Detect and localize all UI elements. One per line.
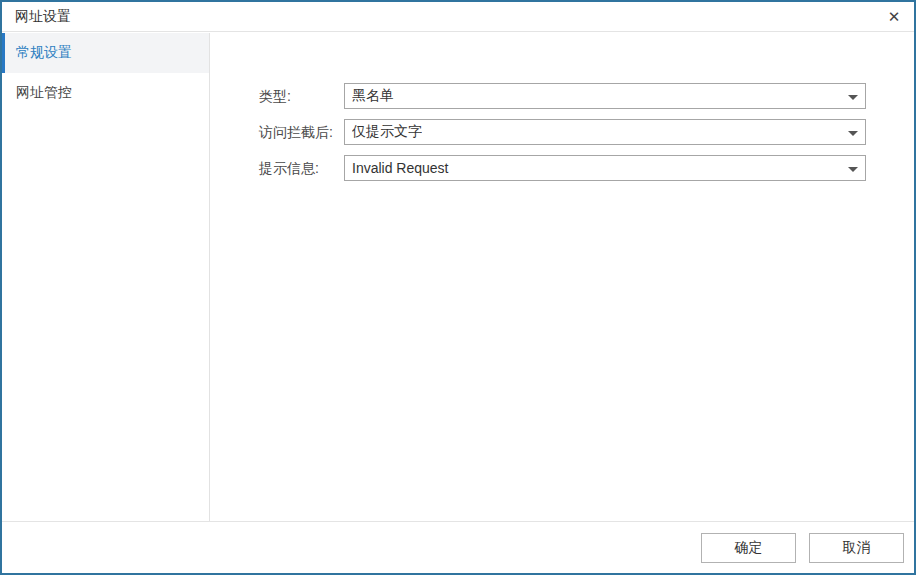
sidebar: 常规设置 网址管控 — [2, 33, 210, 521]
prompt-message-label: 提示信息: — [259, 155, 319, 181]
close-icon[interactable]: ✕ — [882, 5, 906, 29]
prompt-message-select[interactable]: Invalid Request — [344, 155, 866, 181]
settings-panel: 类型: 黑名单 访问拦截后: 仅提示文字 提示信息: Invalid Reque… — [211, 33, 914, 521]
chevron-down-icon — [848, 131, 858, 136]
chevron-down-icon — [848, 95, 858, 100]
title-bar: 网址设置 ✕ — [2, 2, 914, 32]
footer-bar: 确定 取消 — [2, 521, 914, 573]
ok-button[interactable]: 确定 — [701, 533, 796, 563]
block-action-select[interactable]: 仅提示文字 — [344, 119, 866, 145]
dialog-title: 网址设置 — [15, 8, 71, 26]
sidebar-item-label: 常规设置 — [16, 44, 72, 62]
chevron-down-icon — [848, 167, 858, 172]
type-select-value: 黑名单 — [352, 87, 394, 105]
type-row: 类型: 黑名单 — [211, 83, 914, 109]
block-action-select-value: 仅提示文字 — [352, 123, 422, 141]
block-action-label: 访问拦截后: — [259, 119, 333, 145]
sidebar-item-label: 网址管控 — [16, 84, 72, 102]
url-settings-dialog: 网址设置 ✕ 常规设置 网址管控 类型: 黑名单 访问拦截后: 仅提示文字 — [0, 0, 916, 575]
type-label: 类型: — [259, 83, 291, 109]
sidebar-item-url-control[interactable]: 网址管控 — [2, 73, 209, 113]
block-action-row: 访问拦截后: 仅提示文字 — [211, 119, 914, 145]
sidebar-item-general-settings[interactable]: 常规设置 — [2, 33, 209, 73]
prompt-message-select-value: Invalid Request — [352, 160, 449, 176]
type-select[interactable]: 黑名单 — [344, 83, 866, 109]
prompt-message-row: 提示信息: Invalid Request — [211, 155, 914, 181]
cancel-button[interactable]: 取消 — [809, 533, 904, 563]
